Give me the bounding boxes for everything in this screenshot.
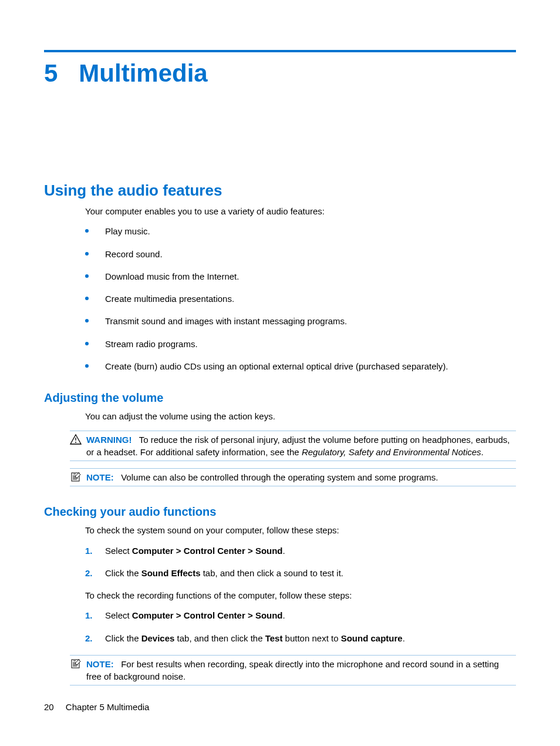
h2-audio-features: Using the audio features: [44, 182, 516, 200]
note-body: NOTE: For best results when recording, s…: [86, 658, 516, 683]
feature-list: Play music. Record sound. Download music…: [44, 226, 516, 372]
list-item: Stream radio programs.: [85, 338, 516, 350]
chapter-title: Multimedia: [79, 59, 207, 88]
page-number: 20: [44, 702, 54, 712]
note-icon: [70, 658, 83, 683]
list-item: Transmit sound and images with instant m…: [85, 315, 516, 327]
note-callout-recording: NOTE: For best results when recording, s…: [70, 655, 516, 685]
note-body: NOTE: Volume can also be controlled thro…: [86, 471, 516, 483]
intro-text: Your computer enables you to use a varie…: [44, 206, 516, 217]
page-footer: 20 Chapter 5 Multimedia: [44, 702, 149, 712]
steps-sound: Select Computer > Control Center > Sound…: [44, 545, 516, 580]
svg-point-1: [75, 442, 76, 443]
checking-intro: To check the system sound on your comput…: [44, 525, 516, 536]
list-item: Record sound.: [85, 248, 516, 260]
list-item: Click the Sound Effects tab, and then cl…: [85, 567, 516, 579]
note-label: NOTE:: [86, 659, 114, 669]
note-label: NOTE:: [86, 472, 114, 482]
top-rule: [44, 50, 516, 52]
adjusting-text: You can adjust the volume using the acti…: [44, 411, 516, 422]
warning-callout: WARNING! To reduce the risk of personal …: [70, 431, 516, 461]
list-item: Play music.: [85, 226, 516, 237]
warning-text-after: .: [481, 447, 484, 457]
chapter-heading: 5 Multimedia: [44, 59, 516, 88]
list-item: Select Computer > Control Center > Sound…: [85, 545, 516, 557]
checking-mid: To check the recording functions of the …: [44, 590, 516, 601]
list-item: Create multimedia presentations.: [85, 293, 516, 305]
note-icon: [70, 471, 83, 483]
warning-body: WARNING! To reduce the risk of personal …: [86, 434, 516, 458]
h3-checking-audio: Checking your audio functions: [44, 505, 516, 519]
h3-adjusting-volume: Adjusting the volume: [44, 391, 516, 405]
footer-chapter: Chapter 5 Multimedia: [66, 702, 150, 712]
list-item: Select Computer > Control Center > Sound…: [85, 610, 516, 621]
document-page: 5 Multimedia Using the audio features Yo…: [0, 0, 560, 716]
note-callout: NOTE: Volume can also be controlled thro…: [70, 468, 516, 486]
steps-recording: Select Computer > Control Center > Sound…: [44, 610, 516, 644]
warning-italic: Regulatory, Safety and Environmental Not…: [302, 447, 481, 457]
chapter-number: 5: [44, 59, 58, 88]
note-text: Volume can also be controlled through th…: [121, 472, 438, 482]
list-item: Download music from the Internet.: [85, 271, 516, 283]
note-text: For best results when recording, speak d…: [86, 659, 499, 681]
list-item: Create (burn) audio CDs using an optiona…: [85, 361, 516, 372]
warning-icon: [70, 434, 83, 458]
warning-label: WARNING!: [86, 435, 132, 445]
list-item: Click the Devices tab, and then click th…: [85, 633, 516, 644]
